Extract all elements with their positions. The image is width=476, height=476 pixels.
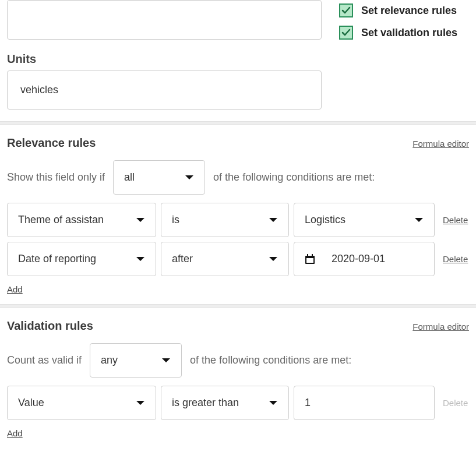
validation-operator-select[interactable]: is greater than bbox=[161, 386, 289, 420]
caret-down-icon bbox=[414, 217, 424, 223]
relevance-match-mode-value: all bbox=[124, 171, 135, 184]
svg-rect-2 bbox=[307, 254, 308, 256]
caret-down-icon bbox=[136, 217, 145, 223]
relevance-value-select[interactable]: Logistics bbox=[294, 203, 435, 237]
checkbox-checked-icon bbox=[339, 26, 353, 40]
relevance-field-select[interactable]: Date of reporting bbox=[7, 242, 156, 276]
relevance-operator-select[interactable]: after bbox=[161, 242, 289, 276]
units-label: Units bbox=[7, 52, 322, 66]
caret-down-icon bbox=[269, 256, 278, 262]
validation-delete-link-disabled: Delete bbox=[443, 398, 468, 408]
checkbox-checked-icon bbox=[339, 3, 353, 17]
svg-rect-1 bbox=[306, 258, 313, 263]
units-input[interactable] bbox=[7, 70, 322, 110]
relevance-add-link[interactable]: Add bbox=[7, 284, 23, 294]
relevance-field-value: Date of reporting bbox=[18, 253, 96, 265]
caret-down-icon bbox=[269, 400, 278, 406]
caret-down-icon bbox=[269, 217, 278, 223]
validation-match-mode-value: any bbox=[101, 354, 118, 366]
relevance-delete-link[interactable]: Delete bbox=[443, 215, 468, 225]
svg-rect-3 bbox=[312, 254, 313, 256]
relevance-operator-value: after bbox=[172, 253, 193, 265]
validation-intro-suffix: of the following conditions are met: bbox=[190, 354, 351, 366]
relevance-match-mode-select[interactable]: all bbox=[113, 160, 205, 195]
caret-down-icon bbox=[185, 175, 194, 181]
relevance-operator-select[interactable]: is bbox=[161, 203, 289, 237]
caret-down-icon bbox=[136, 256, 145, 262]
relevance-formula-editor-link[interactable]: Formula editor bbox=[412, 139, 469, 149]
relevance-intro-prefix: Show this field only if bbox=[7, 171, 105, 184]
relevance-operator-value: is bbox=[172, 214, 179, 226]
validation-match-mode-select[interactable]: any bbox=[90, 343, 182, 378]
caret-down-icon bbox=[161, 358, 171, 364]
validation-field-value: Value bbox=[18, 397, 44, 409]
relevance-delete-link[interactable]: Delete bbox=[443, 254, 468, 264]
relevance-condition-row: Date of reporting after 2020-09-01 Delet… bbox=[7, 242, 469, 276]
relevance-title: Relevance rules bbox=[7, 136, 96, 150]
calendar-icon bbox=[305, 254, 315, 265]
validation-intro-prefix: Count as valid if bbox=[7, 354, 82, 366]
validation-rules-section: Validation rules Formula editor Count as… bbox=[0, 308, 476, 448]
validation-value-input[interactable]: 1 bbox=[294, 386, 435, 420]
set-validation-label: Set validation rules bbox=[361, 27, 457, 39]
relevance-field-select[interactable]: Theme of assistan bbox=[7, 203, 156, 237]
set-validation-checkbox-row[interactable]: Set validation rules bbox=[339, 26, 469, 40]
relevance-rules-section: Relevance rules Formula editor Show this… bbox=[0, 125, 476, 304]
relevance-intro-suffix: of the following conditions are met: bbox=[213, 171, 375, 184]
empty-field-box[interactable] bbox=[7, 0, 322, 40]
validation-operator-value: is greater than bbox=[172, 397, 239, 409]
validation-condition-row: Value is greater than 1 Delete bbox=[7, 386, 469, 420]
relevance-date-value: 2020-09-01 bbox=[332, 253, 385, 265]
set-relevance-checkbox-row[interactable]: Set relevance rules bbox=[339, 3, 469, 17]
relevance-date-input[interactable]: 2020-09-01 bbox=[294, 242, 435, 276]
validation-title: Validation rules bbox=[7, 319, 93, 333]
set-relevance-label: Set relevance rules bbox=[361, 5, 457, 17]
relevance-value-text: Logistics bbox=[305, 214, 345, 226]
validation-value-text: 1 bbox=[305, 397, 311, 409]
validation-field-select[interactable]: Value bbox=[7, 386, 156, 420]
relevance-condition-row: Theme of assistan is Logistics Delete bbox=[7, 203, 469, 237]
relevance-field-value: Theme of assistan bbox=[18, 214, 104, 226]
validation-formula-editor-link[interactable]: Formula editor bbox=[412, 322, 469, 332]
validation-add-link[interactable]: Add bbox=[7, 428, 23, 438]
caret-down-icon bbox=[136, 400, 145, 406]
